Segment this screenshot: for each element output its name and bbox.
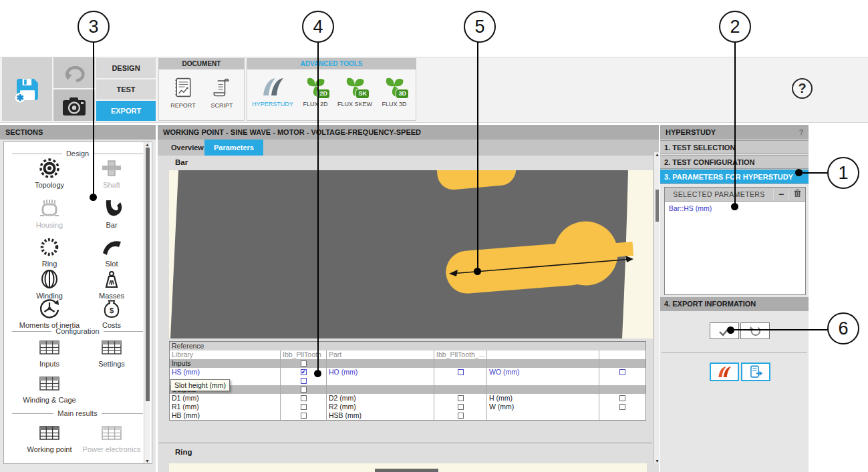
winding-icon	[38, 268, 61, 290]
ho-param-label[interactable]: HO (mm)	[326, 368, 434, 377]
hsb-param-label: HSB (mm)	[326, 411, 434, 420]
hsb-checkbox[interactable]	[458, 413, 464, 419]
sidebar-item-slot[interactable]: Slot	[78, 236, 145, 268]
working-point-title: WORKING POINT - SINE WAVE - MOTOR - VOLT…	[158, 125, 659, 140]
d1-checkbox[interactable]	[301, 395, 307, 401]
save-button[interactable]: ✱	[2, 57, 52, 121]
help-button[interactable]: ?	[792, 78, 813, 99]
script-button[interactable]: SCRIPT	[204, 75, 239, 109]
configuration-group-divider: Configuration	[12, 327, 143, 335]
ho-checkbox[interactable]	[458, 369, 464, 375]
slot-label: Slot	[78, 260, 145, 268]
hs-param-label[interactable]: HS (mm)	[170, 368, 280, 377]
table-row-hidden	[170, 377, 645, 385]
ring-geometry-view[interactable]	[169, 463, 647, 472]
sidebar-item-winding-cage[interactable]: Winding & Cage	[16, 372, 83, 404]
costs-icon: $	[100, 297, 123, 320]
export-mode-button[interactable]: EXPORT	[96, 101, 156, 121]
help-question-glyph: ?	[798, 81, 806, 96]
main-scrollbar-thumb[interactable]	[656, 190, 659, 222]
ring-section-header: Ring	[175, 448, 192, 456]
scroll-down-icon[interactable]: ▼	[145, 459, 150, 463]
sidebar-scrollbar[interactable]: ▲ ▼	[144, 142, 150, 463]
hs-checkbox[interactable]: ✔	[301, 369, 307, 375]
sidebar-item-winding[interactable]: Winding	[16, 268, 83, 300]
sidebar-item-settings[interactable]: Settings	[78, 336, 145, 368]
tab-bar: Overview Parameters	[158, 140, 659, 156]
table-row-headers: Library Ibb_PllTooth Part Ibb_PllTooth_.…	[170, 350, 645, 359]
sidebar-item-inputs[interactable]: Inputs	[16, 336, 83, 368]
save-icon: ✱	[13, 75, 42, 104]
r2-checkbox[interactable]	[458, 404, 464, 410]
scroll-up-icon[interactable]: ▲	[145, 142, 150, 147]
report-icon	[172, 75, 194, 100]
test-mode-button[interactable]: TEST	[96, 79, 156, 99]
wo-checkbox[interactable]	[619, 369, 625, 375]
sidebar-item-costs[interactable]: $ Costs	[78, 297, 145, 329]
wo-param-label[interactable]: WO (mm)	[486, 368, 599, 377]
remove-parameter-button[interactable]: −	[773, 189, 788, 200]
design-mode-button[interactable]: DESIGN	[96, 58, 156, 78]
shaft-icon	[100, 157, 123, 180]
main-scroll-up-icon[interactable]: ▲	[655, 152, 660, 157]
h-checkbox[interactable]	[619, 395, 625, 401]
settings-icon	[100, 336, 123, 359]
fluxskew-badge: SK	[355, 89, 370, 99]
tab-parameters-label: Parameters	[214, 144, 254, 152]
w-checkbox[interactable]	[619, 404, 625, 410]
test-label: TEST	[116, 85, 135, 93]
sidebar-item-masses[interactable]: Masses	[78, 268, 145, 300]
report-button[interactable]: REPORT	[166, 75, 200, 109]
hyperstudy-button[interactable]: HYPERSTUDY	[252, 75, 293, 107]
undo-button[interactable]	[53, 57, 95, 88]
bar-label: Bar	[78, 221, 145, 229]
flux2d-button[interactable]: 2D FLUX 2D	[297, 73, 334, 107]
camera-icon	[61, 93, 88, 117]
sidebar-scrollbar-thumb[interactable]	[146, 148, 150, 401]
winding-cage-icon	[38, 372, 61, 395]
hidden-row-checkbox[interactable]	[301, 378, 307, 384]
hb-checkbox[interactable]	[301, 413, 307, 419]
callout-5-circle: 5	[464, 11, 496, 43]
sidebar-item-working-point[interactable]: Working point	[16, 421, 83, 453]
fluxskew-button[interactable]: SK FLUX SKEW	[335, 73, 375, 107]
selected-parameters-title: SELECTED PARAMETERS	[665, 190, 773, 198]
slot-height-tooltip: Slot height (mm)	[170, 379, 230, 391]
export-hyperstudy-button[interactable]	[710, 363, 739, 381]
callout-3-line	[93, 41, 94, 198]
export-file-button[interactable]	[741, 363, 770, 381]
sidebar-item-moments-of-inertia[interactable]: Moments of inertia	[16, 297, 83, 329]
d2-checkbox[interactable]	[458, 395, 464, 401]
sidebar-item-ring[interactable]: Ring	[16, 236, 83, 268]
table-row-inputs-band: Inputs	[170, 359, 645, 368]
table-row-outputs-band: Outputs	[170, 385, 645, 394]
export-divider	[662, 352, 807, 352]
reference-label: Reference	[170, 342, 645, 350]
hyperstudy-label: HYPERSTUDY	[252, 101, 293, 107]
bar-geometry-view[interactable]	[169, 170, 653, 338]
sections-header: SECTIONS	[0, 125, 156, 140]
flux3d-button[interactable]: 3D FLUX 3D	[376, 73, 413, 107]
step-export-information[interactable]: 4. EXPORT INFORMATION	[660, 297, 809, 311]
hyperstudy-panel-help[interactable]: ?	[799, 125, 803, 140]
reset-button[interactable]	[740, 322, 770, 339]
flux2d-badge: 2D	[317, 89, 330, 99]
main-scroll-down-icon[interactable]: ▼	[655, 459, 660, 463]
screenshot-button[interactable]	[53, 89, 95, 121]
inputs-select-all-checkbox[interactable]	[301, 361, 307, 367]
main-scrollbar[interactable]: ▲ ▼	[654, 152, 660, 463]
winding-cage-label: Winding & Cage	[16, 396, 83, 404]
validate-button[interactable]	[710, 322, 739, 339]
tab-parameters[interactable]: Parameters	[204, 140, 263, 156]
script-icon	[210, 75, 233, 100]
bar-parameters-table: Reference Library Ibb_PllTooth Part Ibb_…	[169, 341, 646, 421]
flux3d-badge: 3D	[396, 89, 409, 99]
outputs-select-all-checkbox[interactable]	[301, 387, 307, 393]
col-empty2-header	[599, 350, 645, 359]
col-ibb-plltooth-header: Ibb_PllTooth	[280, 350, 326, 359]
clear-parameters-button[interactable]	[788, 188, 805, 201]
sidebar-item-topology[interactable]: Topology	[16, 157, 83, 189]
callout-6-line	[731, 329, 829, 330]
sidebar-item-bar[interactable]: Bar	[78, 197, 145, 229]
r1-checkbox[interactable]	[301, 404, 307, 410]
